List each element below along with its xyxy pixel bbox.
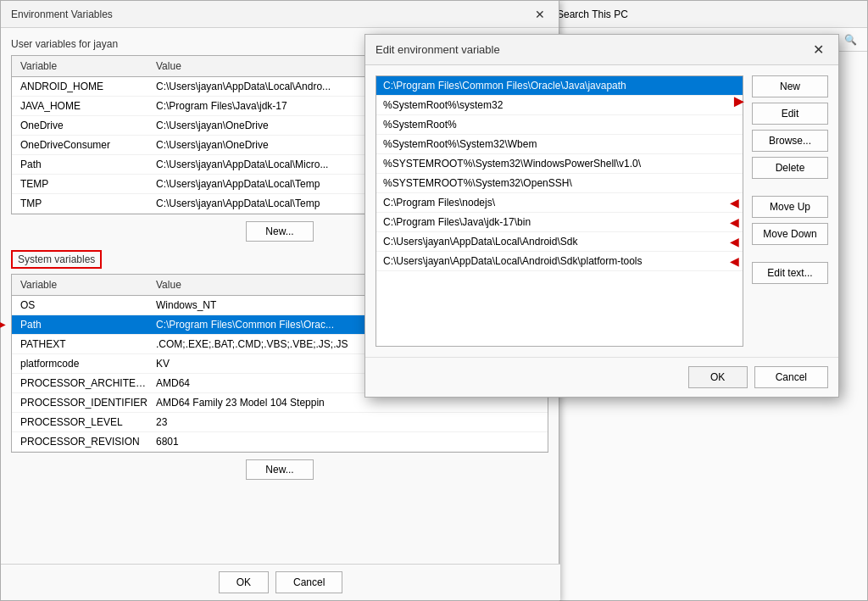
dialog-action-buttons: New Edit Browse... Delete Move Up Move D… bbox=[752, 75, 828, 347]
table-row[interactable]: PROCESSOR_REVISION 6801 bbox=[12, 432, 548, 452]
browse-button[interactable]: Browse... bbox=[752, 130, 828, 152]
env-window-title: Environment Variables bbox=[11, 8, 113, 20]
var-name: TEMP bbox=[17, 176, 153, 192]
var-value: 23 bbox=[153, 415, 542, 430]
var-value: 6801 bbox=[153, 434, 542, 449]
env-close-button[interactable]: ✕ bbox=[531, 6, 548, 23]
sys-header-variable: Variable bbox=[17, 277, 153, 292]
dialog-titlebar: Edit environment variable ✕ bbox=[365, 35, 838, 65]
system-section-label: System variables bbox=[11, 250, 102, 269]
move-down-button[interactable]: Move Down bbox=[752, 223, 828, 245]
dialog-title: Edit environment variable bbox=[376, 43, 500, 56]
list-item[interactable]: %SystemRoot%\System32\Wbem bbox=[376, 135, 743, 154]
var-name: OneDriveConsumer bbox=[17, 137, 153, 153]
list-item[interactable]: %SYSTEMROOT%\System32\WindowsPowerShell\… bbox=[376, 154, 743, 174]
var-name: JAVA_HOME bbox=[17, 98, 153, 114]
var-name: PROCESSOR_REVISION bbox=[17, 434, 153, 449]
list-item[interactable]: %SystemRoot% bbox=[376, 115, 743, 135]
env-ok-button[interactable]: OK bbox=[219, 571, 269, 593]
var-name: Path bbox=[17, 157, 153, 172]
list-item[interactable]: %SYSTEMROOT%\System32\OpenSSH\ bbox=[376, 174, 743, 193]
list-item[interactable]: C:\Program Files\Java\jdk-17\bin ◀ bbox=[376, 213, 743, 232]
var-name: ANDROID_HOME bbox=[17, 79, 153, 94]
var-name: PROCESSOR_IDENTIFIER bbox=[17, 395, 153, 410]
edit-path-button[interactable]: Edit bbox=[752, 103, 828, 125]
env-titlebar: Environment Variables ✕ bbox=[1, 1, 559, 28]
search-title: Search This PC bbox=[557, 8, 628, 20]
var-name: PATHEXT bbox=[17, 337, 153, 352]
dialog-close-button[interactable]: ✕ bbox=[808, 40, 828, 60]
dialog-body: C:\Program Files\Common Files\Oracle\Jav… bbox=[365, 65, 838, 357]
var-name: OS bbox=[17, 298, 153, 313]
var-name: PROCESSOR_ARCHITECTURE bbox=[17, 376, 153, 391]
search-titlebar: Search This PC bbox=[547, 1, 867, 28]
new-path-button[interactable]: New bbox=[752, 75, 828, 97]
env-cancel-button[interactable]: Cancel bbox=[275, 571, 342, 593]
var-name: TMP bbox=[17, 196, 153, 211]
search-icon: 🔍 bbox=[844, 34, 857, 46]
move-up-button[interactable]: Move Up bbox=[752, 196, 828, 218]
user-header-variable: Variable bbox=[17, 58, 153, 74]
table-row[interactable]: PROCESSOR_LEVEL 23 bbox=[12, 413, 548, 432]
var-name: OneDrive bbox=[17, 118, 153, 133]
list-item[interactable]: C:\Program Files\nodejs\ ◀ bbox=[376, 193, 743, 213]
list-item[interactable]: %SystemRoot%\system32 bbox=[376, 96, 743, 115]
delete-button[interactable]: Delete bbox=[752, 157, 828, 179]
dialog-footer: OK Cancel bbox=[365, 357, 838, 397]
env-bottom-buttons: OK Cancel bbox=[1, 564, 560, 600]
dialog-ok-button[interactable]: OK bbox=[688, 366, 748, 388]
list-item[interactable]: C:\Users\jayan\AppData\Local\Android\Sdk… bbox=[376, 252, 743, 271]
var-name: PROCESSOR_LEVEL bbox=[17, 415, 153, 430]
edit-text-button[interactable]: Edit text... bbox=[752, 262, 828, 284]
var-name: platformcode bbox=[17, 356, 153, 371]
list-item[interactable]: C:\Program Files\Common Files\Oracle\Jav… bbox=[376, 76, 743, 96]
var-name: Path bbox=[17, 317, 153, 332]
dialog-cancel-button[interactable]: Cancel bbox=[754, 366, 828, 388]
user-new-button[interactable]: New... bbox=[246, 221, 314, 242]
system-new-button[interactable]: New... bbox=[246, 459, 314, 480]
list-item[interactable]: C:\Users\jayan\AppData\Local\Android\Sdk… bbox=[376, 232, 743, 252]
edit-env-dialog: Edit environment variable ✕ C:\Program F… bbox=[364, 34, 839, 398]
path-list[interactable]: C:\Program Files\Common Files\Oracle\Jav… bbox=[376, 75, 743, 347]
